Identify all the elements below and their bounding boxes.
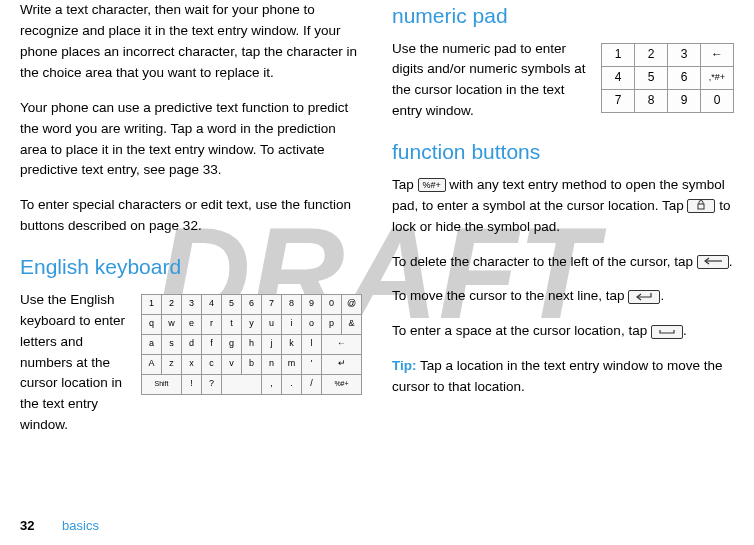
key: 1: [142, 294, 162, 314]
text-fragment: Tap: [392, 177, 418, 192]
key: t: [222, 314, 242, 334]
section-name: basics: [62, 518, 99, 533]
key: b: [242, 354, 262, 374]
space-keycap-icon: [651, 325, 683, 339]
body-paragraph: Write a text character, then wait for yo…: [20, 0, 362, 84]
numpad-key: 4: [602, 66, 635, 89]
shift-key: Shift: [142, 374, 182, 394]
key: 0: [322, 294, 342, 314]
tip-paragraph: Tip: Tap a location in the text entry wi…: [392, 356, 734, 398]
symbol-key: %#+: [322, 374, 362, 394]
key: 4: [202, 294, 222, 314]
key: ': [302, 354, 322, 374]
key: o: [302, 314, 322, 334]
body-paragraph: To delete the character to the left of t…: [392, 252, 734, 273]
key: a: [142, 334, 162, 354]
page-number: 32: [20, 518, 34, 533]
key: d: [182, 334, 202, 354]
numpad-key: 5: [635, 66, 668, 89]
key: !: [182, 374, 202, 394]
heading-english-keyboard: English keyboard: [20, 251, 362, 284]
enter-key-icon: ↵: [322, 354, 362, 374]
key: 9: [302, 294, 322, 314]
tip-label: Tip:: [392, 358, 417, 373]
body-paragraph: To move the cursor to the next line, tap…: [392, 286, 734, 307]
backspace-key-icon: ←: [322, 334, 362, 354]
numeric-pad-illustration: 1 2 3 ← 4 5 6 ,*#+ 7 8 9 0: [601, 43, 734, 113]
key: q: [142, 314, 162, 334]
key: 3: [182, 294, 202, 314]
svg-rect-0: [698, 204, 704, 209]
text-fragment: To enter a space at the cursor location,…: [392, 323, 651, 338]
numpad-key: 6: [668, 66, 701, 89]
numpad-sym-key: ,*#+: [701, 66, 734, 89]
text-fragment: Tap a location in the text entry window …: [392, 358, 722, 394]
key: l: [302, 334, 322, 354]
key: 5: [222, 294, 242, 314]
text-fragment: .: [683, 323, 687, 338]
symbol-pad-keycap-icon: %#+: [418, 178, 446, 192]
numpad-key: 1: [602, 43, 635, 66]
key: 6: [242, 294, 262, 314]
body-paragraph: To enter a space at the cursor location,…: [392, 321, 734, 342]
text-fragment: .: [729, 254, 733, 269]
right-column: numeric pad 1 2 3 ← 4 5 6 ,*#+ 7 8: [392, 0, 734, 450]
body-paragraph: To enter special characters or edit text…: [20, 195, 362, 237]
lock-keycap-icon: [687, 199, 715, 213]
key: w: [162, 314, 182, 334]
numpad-key: 9: [668, 89, 701, 112]
key: y: [242, 314, 262, 334]
key: @: [342, 294, 362, 314]
key: &: [342, 314, 362, 334]
numpad-key: 7: [602, 89, 635, 112]
page-footer: 32 basics: [20, 518, 99, 533]
key: k: [282, 334, 302, 354]
key: n: [262, 354, 282, 374]
key: p: [322, 314, 342, 334]
page-content: Write a text character, then wait for yo…: [0, 0, 754, 450]
text-fragment: To move the cursor to the next line, tap: [392, 288, 628, 303]
text-fragment: .: [660, 288, 664, 303]
text-fragment: To delete the character to the left of t…: [392, 254, 697, 269]
english-keyboard-illustration: 1 2 3 4 5 6 7 8 9 0 @ q w e r t: [141, 294, 362, 395]
key: .: [282, 374, 302, 394]
left-column: Write a text character, then wait for yo…: [20, 0, 362, 450]
heading-numeric-pad: numeric pad: [392, 0, 734, 33]
body-paragraph: Your phone can use a predictive text fun…: [20, 98, 362, 182]
heading-function-buttons: function buttons: [392, 136, 734, 169]
key: e: [182, 314, 202, 334]
key: u: [262, 314, 282, 334]
numpad-backspace-icon: ←: [701, 43, 734, 66]
numpad-key: 2: [635, 43, 668, 66]
numpad-key: 0: [701, 89, 734, 112]
key: j: [262, 334, 282, 354]
key: /: [302, 374, 322, 394]
keyboard-grid: 1 2 3 4 5 6 7 8 9 0 @ q w e r t: [141, 294, 362, 395]
space-key: [222, 374, 262, 394]
backspace-keycap-icon: [697, 255, 729, 269]
key: 8: [282, 294, 302, 314]
numpad-key: 3: [668, 43, 701, 66]
key: 2: [162, 294, 182, 314]
numpad-grid: 1 2 3 ← 4 5 6 ,*#+ 7 8 9 0: [601, 43, 734, 113]
key: c: [202, 354, 222, 374]
key: h: [242, 334, 262, 354]
enter-keycap-icon: [628, 290, 660, 304]
key: v: [222, 354, 242, 374]
numpad-key: 8: [635, 89, 668, 112]
key: i: [282, 314, 302, 334]
key: ,: [262, 374, 282, 394]
key: x: [182, 354, 202, 374]
key: s: [162, 334, 182, 354]
body-paragraph: Tap %#+ with any text entry method to op…: [392, 175, 734, 238]
key: 7: [262, 294, 282, 314]
key: f: [202, 334, 222, 354]
key: m: [282, 354, 302, 374]
key: ?: [202, 374, 222, 394]
caps-key: A: [142, 354, 162, 374]
key: r: [202, 314, 222, 334]
key: z: [162, 354, 182, 374]
key: g: [222, 334, 242, 354]
